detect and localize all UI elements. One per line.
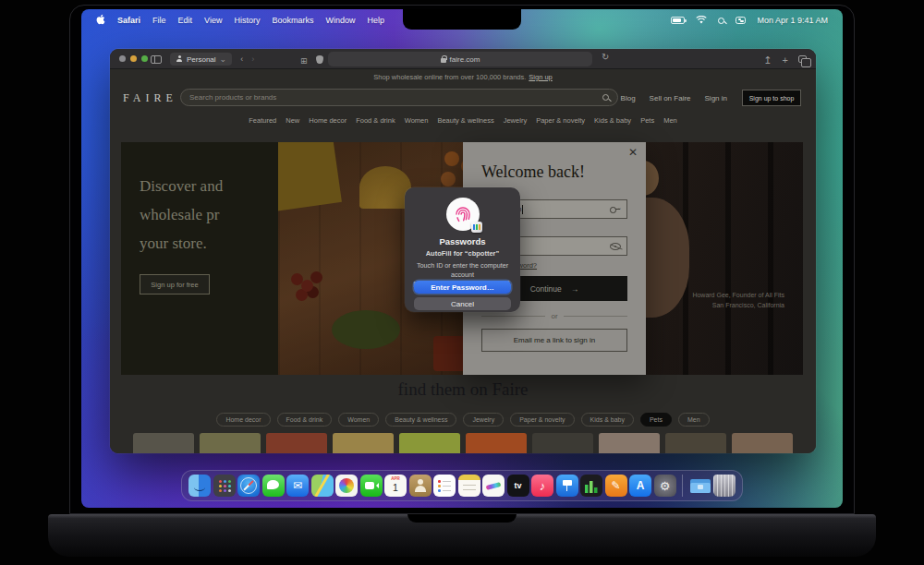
wifi-icon[interactable] [696, 16, 707, 26]
pill-men[interactable]: Men [678, 413, 710, 427]
dock-launchpad-icon[interactable] [213, 475, 236, 497]
dock-messages-icon[interactable] [262, 475, 285, 497]
nav-paper-novelty[interactable]: Paper & novelty [536, 116, 585, 125]
product-thumb[interactable] [200, 433, 261, 453]
menu-bar-clock[interactable]: Mon Apr 1 9:41 AM [757, 16, 828, 25]
nav-home-decor[interactable]: Home decor [309, 116, 346, 125]
tab-overview-icon[interactable] [798, 55, 807, 63]
dock-app-store-icon[interactable] [629, 475, 651, 497]
dock-freeform-icon[interactable] [482, 475, 505, 497]
faire-logo[interactable]: FAIRE [123, 91, 177, 105]
menu-file[interactable]: File [152, 16, 166, 25]
reload-icon[interactable] [602, 52, 609, 62]
nav-new[interactable]: New [286, 116, 299, 125]
nav-kids-baby[interactable]: Kids & baby [594, 116, 631, 125]
calendar-day: 1 [393, 482, 398, 493]
link-blog[interactable]: Blog [621, 94, 636, 102]
dock-contacts-icon[interactable] [409, 475, 432, 497]
product-thumb[interactable] [466, 433, 527, 453]
privacy-shield-icon[interactable] [316, 55, 323, 64]
camera-notch [403, 9, 521, 30]
menu-history[interactable]: History [234, 16, 260, 25]
dock-keynote-icon[interactable] [556, 475, 578, 497]
dialog-body-line1: Touch ID or enter the computer account [410, 261, 515, 279]
extensions-icon[interactable] [300, 51, 308, 67]
dock-music-icon[interactable] [531, 475, 553, 497]
dock-system-settings-icon[interactable] [654, 475, 676, 497]
pill-jewelry[interactable]: Jewelry [463, 413, 504, 427]
dock-mail-icon[interactable] [286, 475, 309, 497]
apple-menu-icon[interactable] [96, 14, 105, 27]
enter-password-button[interactable]: Enter Password… [414, 281, 511, 294]
modal-close-icon[interactable]: ✕ [628, 147, 638, 158]
product-thumb[interactable] [732, 433, 793, 453]
dock-pages-icon[interactable] [605, 475, 627, 497]
product-thumb[interactable] [333, 433, 394, 453]
dock-trash-icon[interactable] [713, 475, 736, 497]
dock-calendar-icon[interactable]: APR 1 [384, 475, 407, 497]
dock-safari-icon[interactable] [237, 475, 260, 497]
signup-to-shop-button[interactable]: Sign up to shop [742, 90, 801, 106]
pill-home-decor[interactable]: Home decor [216, 413, 270, 427]
dock-downloads-folder-icon[interactable] [689, 475, 711, 497]
pill-paper-novelty[interactable]: Paper & novelty [510, 413, 574, 427]
person-icon [176, 55, 183, 63]
product-thumb[interactable] [599, 433, 660, 453]
product-thumb[interactable] [266, 433, 327, 453]
product-thumb[interactable] [665, 433, 726, 453]
nav-food-drink[interactable]: Food & drink [356, 116, 395, 125]
pill-beauty-wellness[interactable]: Beauty & wellness [385, 413, 456, 427]
nav-jewelry[interactable]: Jewelry [504, 116, 527, 125]
window-close-button[interactable] [119, 55, 126, 62]
dock-numbers-icon[interactable] [580, 475, 602, 497]
dock-facetime-icon[interactable] [360, 475, 383, 497]
new-tab-icon[interactable] [783, 51, 788, 67]
dock-notes-icon[interactable] [458, 475, 480, 497]
menu-safari[interactable]: Safari [117, 16, 140, 25]
autofill-key-icon[interactable] [610, 206, 621, 212]
product-thumb[interactable] [399, 433, 460, 453]
forward-button[interactable]: › [251, 55, 254, 64]
pill-kids-baby[interactable]: Kids & baby [581, 413, 634, 427]
nav-women[interactable]: Women [405, 116, 429, 125]
email-link-button[interactable]: Email me a link to sign in [481, 329, 627, 352]
pill-food-drink[interactable]: Food & drink [277, 413, 333, 427]
dock-finder-icon[interactable] [188, 475, 211, 497]
or-label: or [551, 312, 557, 320]
window-minimize-button[interactable] [130, 55, 137, 62]
window-zoom-button[interactable] [141, 55, 148, 62]
link-sign-in[interactable]: Sign in [705, 94, 727, 102]
share-icon[interactable] [763, 51, 772, 67]
menu-bookmarks[interactable]: Bookmarks [272, 16, 313, 25]
nav-beauty-wellness[interactable]: Beauty & wellness [437, 116, 493, 125]
menu-view[interactable]: View [204, 16, 222, 25]
menu-edit[interactable]: Edit [178, 16, 193, 25]
dock-tv-icon[interactable] [507, 475, 529, 497]
nav-featured[interactable]: Featured [249, 116, 276, 125]
dock-reminders-icon[interactable] [433, 475, 456, 497]
faire-webpage: Shop wholesale online from over 100,000 … [110, 69, 816, 453]
signup-free-button[interactable]: Sign up for free [140, 274, 210, 295]
control-center-icon[interactable] [736, 17, 746, 24]
link-sell-on-faire[interactable]: Sell on Faire [650, 94, 691, 102]
menu-window[interactable]: Window [325, 16, 355, 25]
dock-photos-icon[interactable] [335, 475, 358, 497]
show-password-icon[interactable] [610, 243, 621, 250]
site-search-input[interactable]: Search products or brands [180, 89, 618, 106]
profile-switcher[interactable]: Personal ⌄ [170, 53, 232, 66]
pill-women[interactable]: Women [338, 413, 379, 427]
spotlight-search-icon[interactable] [718, 18, 724, 24]
nav-pets[interactable]: Pets [640, 116, 654, 125]
sidebar-toggle-icon[interactable] [151, 55, 162, 64]
promo-signup-link[interactable]: Sign up [529, 73, 552, 81]
dock-maps-icon[interactable] [311, 475, 334, 497]
product-thumb[interactable] [133, 433, 194, 453]
cancel-button[interactable]: Cancel [414, 297, 511, 310]
address-bar[interactable]: faire.com [328, 52, 592, 66]
product-thumb[interactable] [532, 433, 593, 453]
pill-pets[interactable]: Pets [640, 413, 672, 427]
battery-icon[interactable] [671, 17, 685, 24]
nav-men[interactable]: Men [663, 116, 677, 125]
back-button[interactable]: ‹ [240, 55, 243, 64]
menu-help[interactable]: Help [367, 16, 384, 25]
